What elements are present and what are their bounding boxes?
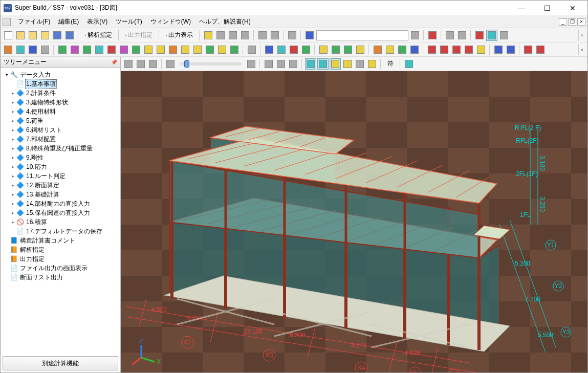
toolbar1-overflow[interactable]: » — [578, 30, 585, 41]
tree-item-3[interactable]: ▸🔷3.建物特殊形状 — [2, 98, 119, 107]
tree-view[interactable]: ▾🔧データ入力 📄1.基本事項 ▸🔷2.計算条件 ▸🔷3.建物特殊形状 ▸🔷4.… — [1, 68, 120, 354]
tree-item-14[interactable]: ▸🔷14.部材耐力の直接入力 — [2, 199, 119, 208]
tb2-13[interactable] — [155, 44, 166, 55]
tb2-34[interactable] — [439, 44, 450, 55]
tb2-41[interactable] — [535, 44, 546, 55]
new-button[interactable] — [3, 30, 14, 41]
tree-extra-5[interactable]: 📄断面リスト出力 — [2, 273, 119, 282]
tb2-26[interactable] — [330, 44, 341, 55]
tree-extra-1[interactable]: 📘構造計算書コメント — [2, 236, 119, 245]
vtb-m1[interactable] — [263, 58, 274, 70]
tb2-27[interactable] — [342, 44, 354, 55]
tb2-16[interactable] — [192, 44, 203, 55]
tree-item-2[interactable]: ▸🔷2.計算条件 — [2, 89, 119, 98]
tb2-21[interactable] — [264, 44, 275, 55]
tb2-9[interactable] — [106, 44, 117, 55]
tb2-14[interactable] — [167, 44, 179, 55]
tb2-6[interactable] — [69, 44, 80, 55]
tb2-1[interactable] — [3, 44, 14, 55]
tb2-5[interactable] — [57, 44, 68, 55]
grid5-button[interactable] — [498, 30, 510, 41]
vtb-zoom[interactable] — [165, 58, 176, 70]
tb2-10[interactable] — [118, 44, 129, 55]
grid2-button[interactable] — [456, 30, 468, 41]
delete-button[interactable] — [427, 30, 438, 41]
menu-view[interactable]: 表示(V) — [84, 16, 111, 27]
tb2-39[interactable] — [505, 44, 516, 55]
tb2-40[interactable] — [522, 44, 534, 55]
vtb-filter[interactable] — [403, 58, 415, 70]
minimize-button[interactable]: — — [510, 1, 533, 15]
tb2-18[interactable] — [216, 44, 228, 55]
tb2-17[interactable] — [204, 44, 215, 55]
menu-edit[interactable]: 編集(E) — [55, 16, 82, 27]
vtb-rotate[interactable] — [135, 58, 146, 70]
grid1-button[interactable] — [444, 30, 455, 41]
system-menu-icon[interactable] — [3, 18, 11, 26]
tb2-30[interactable] — [384, 44, 396, 55]
tb2-11[interactable] — [130, 44, 142, 55]
close-button[interactable]: ✕ — [561, 1, 584, 15]
tree-extra-2[interactable]: 📙解析指定 — [2, 245, 119, 254]
grid4-button[interactable] — [486, 30, 497, 41]
history-dropdown[interactable] — [316, 30, 408, 40]
tree-item-4[interactable]: ▸🔷4.使用材料 — [2, 107, 119, 116]
tb2-7[interactable] — [81, 44, 93, 55]
tree-item-15[interactable]: ▸🔷15.保有関連の直接入力 — [2, 208, 119, 217]
tree-item-16[interactable]: ▸🚫16.積算 — [2, 217, 119, 227]
preview-button[interactable] — [269, 30, 280, 41]
tree-item-13[interactable]: ▸🔷13.基礎計算 — [2, 190, 119, 199]
tb1-btn-a[interactable] — [203, 30, 214, 41]
maximize-button[interactable]: ☐ — [535, 1, 559, 15]
tb2-24[interactable] — [300, 44, 312, 55]
tree-item-10[interactable]: ▸🔷10.応力 — [2, 162, 119, 171]
vtb-sym[interactable]: 符 — [384, 58, 397, 70]
open-button[interactable] — [15, 30, 26, 41]
tree-item-8[interactable]: ▸🔷8.特殊荷重及び補正重量 — [2, 144, 119, 153]
save-button[interactable] — [52, 30, 63, 41]
tb2-12[interactable] — [143, 44, 154, 55]
tb2-20[interactable] — [246, 44, 257, 55]
tree-item-6[interactable]: ▸🔷6.鋼材リスト — [2, 125, 119, 135]
open2-button[interactable] — [27, 30, 38, 41]
zoom-slider[interactable] — [180, 62, 242, 65]
toolbar2-overflow[interactable]: » — [578, 44, 585, 55]
undo-button[interactable] — [304, 30, 315, 41]
print-button[interactable] — [257, 30, 268, 41]
vtb-zoomfit[interactable] — [246, 58, 257, 70]
redo-button[interactable] — [409, 30, 421, 41]
tb2-25[interactable] — [318, 44, 329, 55]
canvas-3d[interactable]: 4.500 6.200 23.100 6.200 4.274 1.926 X2 … — [121, 71, 587, 372]
tree-extra-3[interactable]: 📙出力指定 — [2, 254, 119, 264]
vtb-l2[interactable] — [317, 58, 329, 70]
analysis-spec-button[interactable]: 解析指定 — [81, 30, 116, 41]
tree-item-5[interactable]: ▸🔷5.荷重 — [2, 116, 119, 125]
tb2-29[interactable] — [372, 44, 383, 55]
grid3-button[interactable] — [474, 30, 485, 41]
tb2-22[interactable] — [276, 44, 287, 55]
tb2-2[interactable] — [15, 44, 26, 55]
tb2-31[interactable] — [397, 44, 408, 55]
tb2-4[interactable] — [39, 44, 51, 55]
tb1-btn-c[interactable] — [227, 30, 238, 41]
extra-calc-button[interactable]: 別途計算機能 — [3, 356, 118, 370]
tb1-btn-b[interactable] — [215, 30, 226, 41]
tree-item-7[interactable]: ▸🔷7.部材配置 — [2, 135, 119, 144]
vtb-crop[interactable] — [147, 58, 159, 70]
tb2-19[interactable] — [229, 44, 240, 55]
tb1-btn-d[interactable] — [239, 30, 251, 41]
tb2-32[interactable] — [409, 44, 420, 55]
vtb-l3[interactable] — [330, 58, 341, 70]
menu-file[interactable]: ファイル(F) — [15, 16, 53, 27]
mdi-close-button[interactable]: × — [577, 18, 585, 26]
output-view-button[interactable]: 出力表示 — [162, 30, 197, 41]
tb2-8[interactable] — [94, 44, 105, 55]
tb2-23[interactable] — [288, 44, 299, 55]
tree-item-17[interactable]: 📄17.デフォルトデータの保存 — [2, 227, 119, 236]
saveas-button[interactable] — [64, 30, 75, 41]
tree-extra-4[interactable]: 📄ファイル出力の画面表示 — [2, 264, 119, 273]
open3-button[interactable] — [39, 30, 51, 41]
vtb-l1[interactable] — [305, 58, 316, 70]
vtb-l5[interactable] — [354, 58, 365, 70]
vtb-pan[interactable] — [123, 58, 134, 70]
